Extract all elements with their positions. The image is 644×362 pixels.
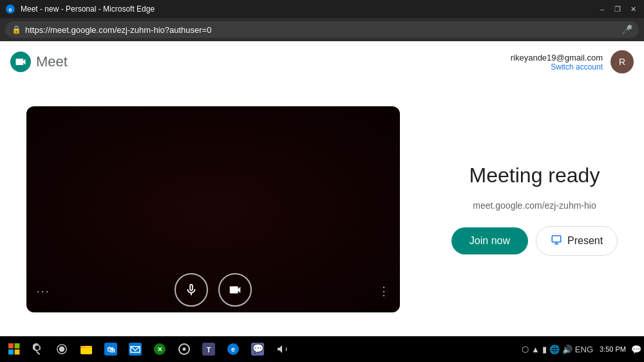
search-icon	[33, 343, 44, 355]
settings-icon	[178, 343, 191, 356]
meet-video-icon	[14, 55, 27, 68]
taskbar: 🛍 ✕ T	[0, 336, 644, 362]
main-content: ··· ⋮ Meeting ready meet.google.com/ezj-…	[0, 82, 644, 336]
meet-logo: Meet	[10, 52, 68, 72]
taskbar-apps: 🛍 ✕ T	[75, 336, 294, 362]
account-email: rikeyande19@gmail.com	[511, 53, 603, 62]
teams-icon: T	[202, 343, 215, 356]
account-info: rikeyande19@gmail.com Switch account	[511, 53, 603, 71]
taskbar-time-text: 3:50 PM	[600, 345, 626, 354]
mute-microphone-button[interactable]	[175, 273, 208, 307]
right-panel: Meeting ready meet.google.com/ezj-zuhm-h…	[451, 164, 618, 256]
header-right: rikeyande19@gmail.com Switch account R	[511, 50, 634, 73]
camera-icon	[228, 283, 242, 297]
svg-rect-4	[8, 350, 14, 355]
taskbar-xbox[interactable]: ✕	[148, 336, 171, 362]
svg-text:T: T	[207, 346, 211, 354]
avatar[interactable]: R	[611, 50, 634, 73]
taskbar-file-explorer[interactable]	[75, 336, 98, 362]
meet-logo-text: Meet	[36, 53, 68, 70]
taskbar-volume[interactable]	[270, 336, 294, 362]
svg-point-8	[59, 347, 64, 351]
svg-rect-2	[8, 343, 14, 348]
microphone-icon	[184, 283, 198, 297]
close-button[interactable]: ✕	[627, 3, 639, 15]
video-preview: ··· ⋮	[26, 106, 400, 312]
switch-account-link[interactable]: Switch account	[511, 62, 603, 71]
browser-toolbar: 🔒 https://meet.google.com/ezj-zuhm-hio?a…	[0, 18, 644, 41]
maximize-button[interactable]: ❐	[612, 3, 623, 15]
taskbar-store[interactable]: 🛍	[99, 336, 122, 362]
cortana-icon	[56, 343, 68, 355]
video-more-options-button[interactable]: ⋮	[378, 284, 390, 298]
start-button[interactable]	[3, 338, 26, 361]
browser-title-text: Meet - new - Personal - Microsoft Edge	[21, 5, 155, 14]
lock-icon: 🔒	[12, 25, 21, 34]
network-icon: 🌐	[549, 345, 560, 354]
svg-text:💬: 💬	[252, 343, 264, 354]
windows-start-icon	[8, 343, 20, 355]
svg-rect-3	[15, 343, 20, 348]
toggle-camera-button[interactable]	[218, 273, 252, 307]
browser-mic-icon: 🎤	[621, 24, 632, 35]
meet-logo-icon	[10, 52, 31, 72]
taskbar-mail[interactable]	[124, 336, 147, 362]
mail-icon	[129, 343, 142, 356]
edge-browser-icon: e	[5, 4, 15, 14]
present-label: Present	[567, 235, 603, 247]
svg-point-16	[183, 348, 186, 351]
sound-icon: 🔊	[562, 345, 573, 354]
present-button[interactable]: Present	[536, 226, 618, 256]
svg-rect-5	[15, 350, 20, 355]
taskbar-chat[interactable]: 💬	[246, 336, 269, 362]
app-header: Meet rikeyande19@gmail.com Switch accoun…	[0, 41, 644, 82]
window-controls: – ❐ ✕	[596, 3, 639, 15]
cortana-button[interactable]	[52, 339, 72, 359]
xbox-icon: ✕	[153, 343, 166, 356]
meeting-ready-title: Meeting ready	[469, 164, 600, 187]
present-screen-icon	[551, 234, 562, 248]
volume-icon	[276, 343, 289, 356]
avatar-initials: R	[619, 57, 625, 67]
app-container: Meet rikeyande19@gmail.com Switch accoun…	[0, 41, 644, 336]
edge-taskbar-icon: e	[227, 343, 240, 356]
system-tray: ⬡ ▲ ▮ 🌐 🔊 ENG	[522, 345, 593, 354]
bluetooth-icon: ⬡	[522, 345, 529, 354]
svg-text:✕: ✕	[157, 346, 162, 353]
address-bar[interactable]: 🔒 https://meet.google.com/ezj-zuhm-hio?a…	[5, 21, 639, 38]
minimize-button[interactable]: –	[596, 3, 608, 15]
meeting-url: meet.google.com/ezj-zuhm-hio	[473, 200, 596, 211]
taskbar-clock[interactable]: 3:50 PM	[600, 345, 626, 354]
video-controls	[26, 267, 400, 312]
svg-rect-10	[80, 346, 85, 348]
chat-icon: 💬	[251, 343, 264, 356]
browser-titlebar: e Meet - new - Personal - Microsoft Edge…	[0, 0, 644, 18]
battery-icon: ▮	[542, 345, 547, 354]
wifi-icon: ▲	[531, 345, 540, 354]
taskbar-right: ⬡ ▲ ▮ 🌐 🔊 ENG 3:50 PM 💬	[522, 345, 641, 354]
address-text: https://meet.google.com/ezj-zuhm-hio?aut…	[25, 25, 211, 35]
taskbar-settings[interactable]	[173, 336, 196, 362]
screen-share-icon	[551, 234, 562, 245]
svg-text:🛍: 🛍	[107, 345, 115, 354]
svg-text:e: e	[8, 6, 12, 13]
join-now-button[interactable]: Join now	[451, 227, 528, 254]
action-buttons: Join now Present	[451, 226, 618, 256]
svg-point-6	[35, 345, 40, 350]
lang-label: ENG	[575, 345, 593, 354]
taskbar-search-button[interactable]	[28, 339, 49, 359]
file-explorer-icon	[80, 343, 93, 356]
taskbar-edge[interactable]: e	[222, 336, 245, 362]
svg-text:e: e	[231, 345, 235, 353]
taskbar-teams[interactable]: T	[197, 336, 220, 362]
notification-icon[interactable]: 💬	[631, 345, 641, 354]
store-icon: 🛍	[104, 343, 117, 356]
